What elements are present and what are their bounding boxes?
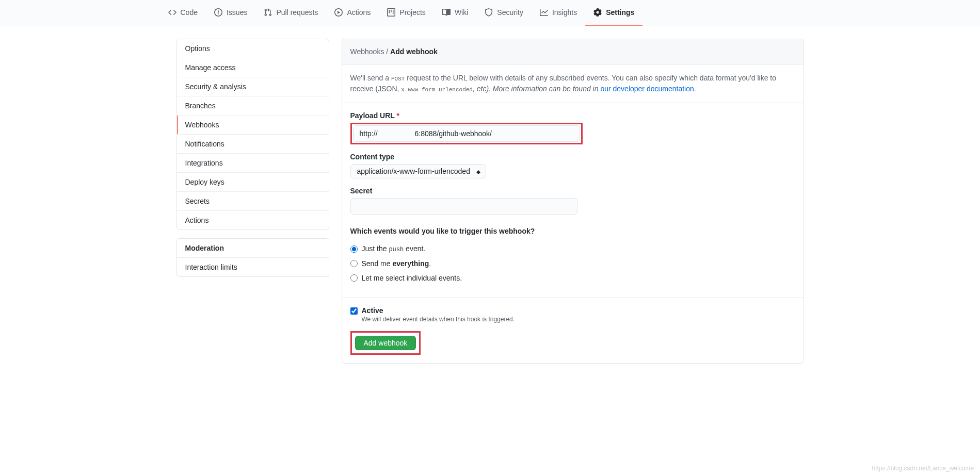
graph-icon	[540, 8, 548, 17]
nav-tab-label: Code	[181, 8, 198, 17]
event-everything-radio[interactable]	[350, 260, 358, 267]
nav-tab-label: Pull requests	[276, 8, 318, 17]
shield-icon	[485, 8, 493, 17]
nav-tab-insights[interactable]: Insights	[532, 0, 585, 26]
breadcrumb-parent[interactable]: Webhooks	[350, 47, 384, 56]
sidebar-item-branches[interactable]: Branches	[177, 96, 329, 116]
event-just-push[interactable]: Just the push event.	[350, 241, 795, 256]
sidebar-group-moderation: Moderation	[177, 239, 329, 258]
nav-tab-label: Actions	[347, 8, 371, 17]
nav-tab-code[interactable]: Code	[160, 0, 206, 26]
event-individual[interactable]: Let me select individual events.	[350, 271, 795, 285]
sidebar-item-security-analysis[interactable]: Security & analysis	[177, 77, 329, 96]
payload-url-label: Payload URL *	[350, 111, 795, 120]
play-icon	[334, 8, 343, 17]
webhook-info: We'll send a POST request to the URL bel…	[342, 64, 804, 103]
settings-sidebar: Options Manage access Security & analysi…	[176, 39, 329, 364]
nav-tab-issues[interactable]: Issues	[206, 0, 255, 26]
git-pull-request-icon	[264, 8, 272, 17]
payload-url-highlight: http://6:8088/github-webhook/	[350, 123, 583, 144]
events-heading: Which events would you like to trigger t…	[350, 227, 795, 235]
repo-nav: Code Issues Pull requests Actions Projec…	[0, 0, 980, 26]
event-everything[interactable]: Send me everything.	[350, 256, 795, 271]
nav-tab-label: Settings	[606, 8, 634, 17]
developer-docs-link[interactable]: our developer documentation	[600, 85, 694, 93]
webhook-form-box: Webhooks / Add webhook We'll send a POST…	[342, 39, 804, 364]
nav-tab-label: Insights	[552, 8, 577, 17]
redacted-host	[378, 132, 415, 137]
content-type-label: Content type	[350, 153, 795, 161]
active-checkbox[interactable]	[350, 307, 358, 315]
nav-tab-projects[interactable]: Projects	[379, 0, 434, 26]
nav-tab-settings[interactable]: Settings	[585, 0, 642, 26]
breadcrumb: Webhooks / Add webhook	[342, 39, 804, 64]
nav-tab-wiki[interactable]: Wiki	[434, 0, 476, 26]
nav-tab-label: Wiki	[455, 8, 468, 17]
sidebar-item-actions[interactable]: Actions	[177, 211, 329, 230]
sidebar-item-interaction-limits[interactable]: Interaction limits	[177, 258, 329, 276]
active-note: We will deliver event details when this …	[362, 316, 795, 323]
sidebar-item-options[interactable]: Options	[177, 39, 329, 58]
breadcrumb-current: Add webhook	[390, 47, 438, 56]
gear-icon	[593, 8, 602, 17]
submit-highlight: Add webhook	[350, 331, 421, 355]
nav-tab-label: Issues	[227, 8, 247, 17]
add-webhook-button[interactable]: Add webhook	[355, 336, 416, 350]
event-just-push-radio[interactable]	[350, 245, 358, 253]
sidebar-item-webhooks[interactable]: Webhooks	[177, 116, 329, 135]
nav-tab-label: Security	[497, 8, 523, 17]
project-icon	[387, 8, 395, 17]
secret-input[interactable]	[350, 198, 577, 215]
sidebar-item-notifications[interactable]: Notifications	[177, 135, 329, 154]
secret-label: Secret	[350, 187, 795, 195]
issue-opened-icon	[214, 8, 222, 17]
nav-tab-label: Projects	[399, 8, 426, 17]
content-type-select[interactable]: application/x-www-form-urlencoded	[350, 164, 486, 178]
code-icon	[168, 8, 176, 17]
event-individual-radio[interactable]	[350, 274, 358, 282]
payload-url-input[interactable]: http://6:8088/github-webhook/	[353, 125, 580, 142]
nav-tab-actions[interactable]: Actions	[326, 0, 379, 26]
sidebar-item-integrations[interactable]: Integrations	[177, 154, 329, 173]
book-icon	[442, 8, 451, 17]
sidebar-item-manage-access[interactable]: Manage access	[177, 58, 329, 77]
sidebar-item-secrets[interactable]: Secrets	[177, 192, 329, 211]
nav-tab-security[interactable]: Security	[476, 0, 532, 26]
active-label: Active	[362, 306, 383, 315]
nav-tab-pull-requests[interactable]: Pull requests	[255, 0, 326, 26]
sidebar-item-deploy-keys[interactable]: Deploy keys	[177, 173, 329, 192]
